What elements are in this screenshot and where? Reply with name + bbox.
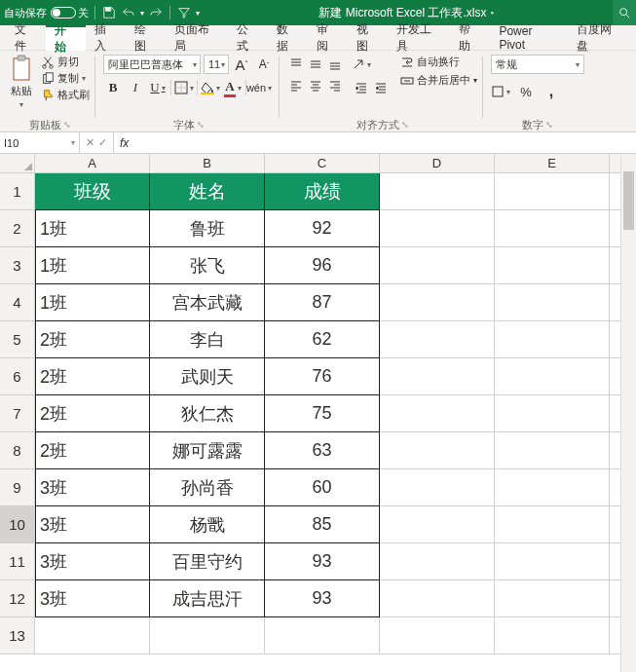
orientation-button[interactable]: ▾: [352, 55, 371, 74]
cell-D3[interactable]: [380, 247, 495, 284]
row-header-1[interactable]: 1: [0, 173, 35, 210]
cell-D8[interactable]: [380, 432, 495, 469]
save-icon[interactable]: [101, 5, 117, 20]
cell-C5[interactable]: 62: [265, 321, 380, 358]
cell-E11[interactable]: [495, 543, 610, 580]
cell-D1[interactable]: [380, 173, 495, 210]
cell-B1[interactable]: 姓名: [150, 173, 265, 210]
shrink-font-button[interactable]: Aˇ: [254, 55, 274, 74]
cell-E10[interactable]: [495, 506, 610, 543]
number-format-select[interactable]: 常规▾: [491, 55, 584, 74]
cell-B8[interactable]: 娜可露露: [150, 432, 265, 469]
cell-B10[interactable]: 杨戬: [150, 506, 265, 543]
cell-A9[interactable]: 3班: [35, 469, 150, 506]
cell-B7[interactable]: 狄仁杰: [150, 395, 265, 432]
bold-button[interactable]: B: [103, 78, 123, 97]
tab-百度网盘[interactable]: 百度网盘: [568, 25, 630, 51]
cell-B12[interactable]: 成吉思汗: [150, 580, 265, 617]
cell-C7[interactable]: 75: [265, 395, 380, 432]
align-middle-button[interactable]: [307, 55, 324, 74]
column-header-C[interactable]: C: [265, 154, 380, 173]
decrease-indent-button[interactable]: [352, 78, 371, 97]
font-color-button[interactable]: A▾: [223, 78, 243, 97]
enter-icon[interactable]: ✓: [98, 136, 107, 149]
cell-E5[interactable]: [495, 321, 610, 358]
cell-C11[interactable]: 93: [265, 543, 380, 580]
grow-font-button[interactable]: Aˆ: [232, 55, 251, 74]
tab-绘图[interactable]: 绘图: [126, 25, 166, 51]
cell-E7[interactable]: [495, 395, 610, 432]
cell-A13[interactable]: [35, 617, 150, 654]
column-header-A[interactable]: A: [35, 154, 150, 173]
vertical-scrollbar[interactable]: [620, 154, 636, 654]
cell-C4[interactable]: 87: [265, 284, 380, 321]
formula-input[interactable]: [129, 132, 636, 154]
cell-C6[interactable]: 76: [265, 358, 380, 395]
increase-indent-button[interactable]: [371, 78, 391, 97]
autosave-toggle[interactable]: [51, 7, 76, 19]
row-header-10[interactable]: 10: [0, 506, 35, 543]
row-header-12[interactable]: 12: [0, 580, 35, 617]
cell-A3[interactable]: 1班: [35, 247, 150, 284]
border-button[interactable]: ▾: [174, 78, 194, 97]
tab-视图[interactable]: 视图: [348, 25, 388, 51]
cell-D6[interactable]: [380, 358, 495, 395]
tab-文件[interactable]: 文件: [6, 25, 46, 51]
cell-B13[interactable]: [150, 617, 265, 654]
tab-Power Pivot[interactable]: Power Pivot: [490, 25, 567, 51]
row-header-6[interactable]: 6: [0, 358, 35, 395]
row-header-9[interactable]: 9: [0, 469, 35, 506]
cell-A1[interactable]: 班级: [35, 173, 150, 210]
cell-E1[interactable]: [495, 173, 610, 210]
cell-A2[interactable]: 1班: [35, 210, 150, 247]
cell-D10[interactable]: [380, 506, 495, 543]
tab-帮助[interactable]: 帮助: [450, 25, 490, 51]
cell-A8[interactable]: 2班: [35, 432, 150, 469]
cell-D12[interactable]: [380, 580, 495, 617]
row-header-8[interactable]: 8: [0, 432, 35, 469]
cell-D5[interactable]: [380, 321, 495, 358]
tab-数据[interactable]: 数据: [268, 25, 308, 51]
tab-开始[interactable]: 开始: [46, 25, 86, 51]
font-name-select[interactable]: 阿里巴巴普惠体▾: [103, 55, 201, 74]
cell-C13[interactable]: [265, 617, 380, 654]
cell-C8[interactable]: 63: [265, 432, 380, 469]
row-header-13[interactable]: 13: [0, 617, 35, 654]
align-bottom-button[interactable]: [326, 55, 344, 74]
cell-D9[interactable]: [380, 469, 495, 506]
cell-C9[interactable]: 60: [265, 469, 380, 506]
italic-button[interactable]: I: [126, 78, 145, 97]
cell-B11[interactable]: 百里守约: [150, 543, 265, 580]
cut-button[interactable]: 剪切: [41, 55, 90, 69]
wrap-text-button[interactable]: 自动换行: [400, 55, 477, 69]
cell-E12[interactable]: [495, 580, 610, 617]
cell-C2[interactable]: 92: [265, 210, 380, 247]
cell-E9[interactable]: [495, 469, 610, 506]
copy-button[interactable]: 复制▾: [41, 71, 90, 86]
cancel-icon[interactable]: ✕: [86, 136, 94, 149]
cell-E4[interactable]: [495, 284, 610, 321]
cell-B2[interactable]: 鲁班: [150, 210, 265, 247]
row-header-7[interactable]: 7: [0, 395, 35, 432]
accounting-button[interactable]: ▾: [491, 82, 510, 101]
paste-button[interactable]: 粘贴 ▾: [10, 55, 33, 109]
row-header-11[interactable]: 11: [0, 543, 35, 580]
cell-C12[interactable]: 93: [265, 580, 380, 617]
cell-A10[interactable]: 3班: [35, 506, 150, 543]
name-box[interactable]: I10▾: [0, 132, 80, 154]
row-header-5[interactable]: 5: [0, 321, 35, 358]
cell-B6[interactable]: 武则天: [150, 358, 265, 395]
cell-A6[interactable]: 2班: [35, 358, 150, 395]
cell-B4[interactable]: 宫本武藏: [150, 284, 265, 321]
underline-button[interactable]: U▾: [148, 78, 168, 97]
tab-插入[interactable]: 插入: [86, 25, 126, 51]
cell-B5[interactable]: 李白: [150, 321, 265, 358]
row-header-4[interactable]: 4: [0, 284, 35, 321]
redo-icon[interactable]: [148, 5, 164, 20]
cell-D7[interactable]: [380, 395, 495, 432]
column-header-E[interactable]: E: [495, 154, 610, 173]
tab-审阅[interactable]: 审阅: [308, 25, 348, 51]
row-header-3[interactable]: 3: [0, 247, 35, 284]
cell-D11[interactable]: [380, 543, 495, 580]
cell-A12[interactable]: 3班: [35, 580, 150, 617]
